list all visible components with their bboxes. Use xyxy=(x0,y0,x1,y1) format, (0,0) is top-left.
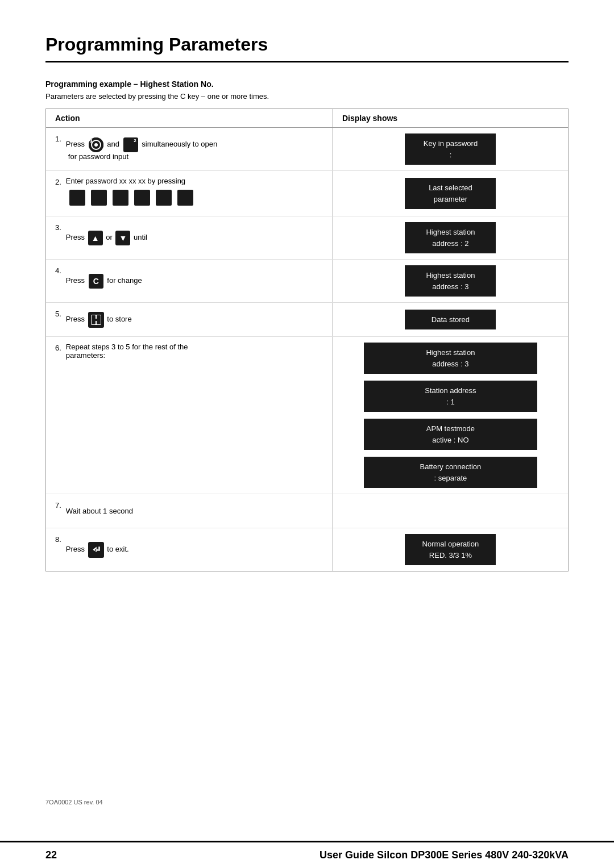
step-2: 2. xyxy=(55,178,61,186)
table-row: 1. Press 1 1 and xyxy=(46,128,568,171)
display-box-2: Last selectedparameter xyxy=(405,178,496,209)
step-7: 7. xyxy=(55,501,61,510)
action-cell-8: 8. Press to exit. xyxy=(46,528,333,571)
display-box-1: Key in password: xyxy=(405,133,496,165)
arrow-up-icon: ▲ xyxy=(88,231,103,245)
display-cell-4: Highest stationaddress : 3 xyxy=(333,260,568,302)
step-6: 6. xyxy=(55,344,61,352)
footer-page-number: 22 xyxy=(45,849,80,861)
display-box-6d: Battery connection: separate xyxy=(364,457,537,488)
display-box-4: Highest stationaddress : 3 xyxy=(405,265,496,297)
action-cell-7: 7. Wait about 1 second xyxy=(46,494,333,528)
table-row: 5. Press to store xyxy=(46,303,568,337)
display-box-3: Highest stationaddress : 2 xyxy=(405,222,496,253)
page-footer: 22 User Guide Silcon DP300E Series 480V … xyxy=(0,841,614,868)
svg-rect-7 xyxy=(92,319,101,321)
table-header: Action Display shows xyxy=(46,109,568,128)
key-block-1 xyxy=(69,190,85,206)
action-cell-4: 4. Press C for change xyxy=(46,260,333,302)
key-block-4 xyxy=(134,190,150,206)
key-block-5 xyxy=(156,190,172,206)
action-content-1: Press 1 1 and xyxy=(66,137,323,161)
step-5: 5. xyxy=(55,310,61,318)
svg-point-2 xyxy=(94,143,98,147)
col-display-header: Display shows xyxy=(333,109,568,127)
action-cell-6: 6. Repeat steps 3 to 5 for the rest of t… xyxy=(46,337,333,494)
table-row: 8. Press to exit. Normal opera xyxy=(46,528,568,571)
password-keys xyxy=(68,190,195,206)
action-content-6: Repeat steps 3 to 5 for the rest of thep… xyxy=(66,343,323,360)
action-cell-3: 3. Press ▲ or ▼ until xyxy=(46,216,333,259)
store-key-icon xyxy=(88,312,104,328)
doc-reference: 7OA0002 US rev. 04 xyxy=(45,799,103,806)
table-row: 4. Press C for change Highest stationadd… xyxy=(46,260,568,303)
display-cell-3: Highest stationaddress : 2 xyxy=(333,216,568,259)
display-cell-8: Normal operationRED. 3/3 1% xyxy=(333,528,568,571)
action-content-4: Press C for change xyxy=(66,274,323,289)
display-box-6a: Highest stationaddress : 3 xyxy=(364,343,537,374)
step-8: 8. xyxy=(55,535,61,544)
display-box-5: Data stored xyxy=(405,310,496,330)
key-block-2 xyxy=(91,190,107,206)
step-1: 1. xyxy=(55,135,61,143)
step-4: 4. xyxy=(55,266,61,275)
step-3: 3. xyxy=(55,223,61,232)
section-subtext: Parameters are selected by pressing the … xyxy=(45,92,569,101)
instructions-table: Action Display shows 1. Press 1 xyxy=(45,108,569,571)
key-block-3 xyxy=(113,190,128,206)
col-action-header: Action xyxy=(46,109,333,127)
action-content-3: Press ▲ or ▼ until xyxy=(66,231,323,245)
section-heading: Programming example – Highest Station No… xyxy=(45,80,569,89)
key-circle-icon: 1 1 xyxy=(89,137,103,152)
display-cell-2: Last selectedparameter xyxy=(333,171,568,216)
enter-svg xyxy=(90,544,102,556)
svg-rect-8 xyxy=(90,544,102,556)
page-title: Programming Parameters xyxy=(45,34,569,62)
action-cell-5: 5. Press to store xyxy=(46,303,333,336)
action-content-7: Wait about 1 second xyxy=(66,507,323,515)
display-box-8: Normal operationRED. 3/3 1% xyxy=(405,534,496,565)
action-content-5: Press to store xyxy=(66,312,323,328)
action-content-8: Press to exit. xyxy=(66,542,323,558)
action-cell-2: 2. Enter password xx xx xx by pressing xyxy=(46,171,333,216)
table-row: 2. Enter password xx xx xx by pressing L… xyxy=(46,171,568,216)
table-row: 6. Repeat steps 3 to 5 for the rest of t… xyxy=(46,337,568,494)
display-cell-7 xyxy=(333,494,568,528)
page-content: Programming Parameters Programming examp… xyxy=(0,0,614,594)
display-cell-5: Data stored xyxy=(333,303,568,336)
arrow-down-icon: ▼ xyxy=(115,231,130,245)
key-block-6 xyxy=(177,190,193,206)
footer-title: User Guide Silcon DP300E Series 480V 240… xyxy=(80,849,569,861)
action-cell-1: 1. Press 1 1 and xyxy=(46,128,333,170)
display-cell-6: Highest stationaddress : 3 Station addre… xyxy=(333,337,568,494)
table-row: 3. Press ▲ or ▼ until Highest stationadd… xyxy=(46,216,568,260)
key-black-2-icon: 2 xyxy=(123,137,138,152)
table-row: 7. Wait about 1 second xyxy=(46,494,568,528)
store-svg xyxy=(90,314,102,326)
step2-top: 2. Enter password xx xx xx by pressing xyxy=(55,177,185,186)
display-cell-1: Key in password: xyxy=(333,128,568,170)
display-box-6c: APM testmodeactive : NO xyxy=(364,419,537,450)
display-box-6b: Station address: 1 xyxy=(364,381,537,412)
key-c-icon: C xyxy=(89,274,103,289)
enter-key-icon xyxy=(88,542,104,558)
